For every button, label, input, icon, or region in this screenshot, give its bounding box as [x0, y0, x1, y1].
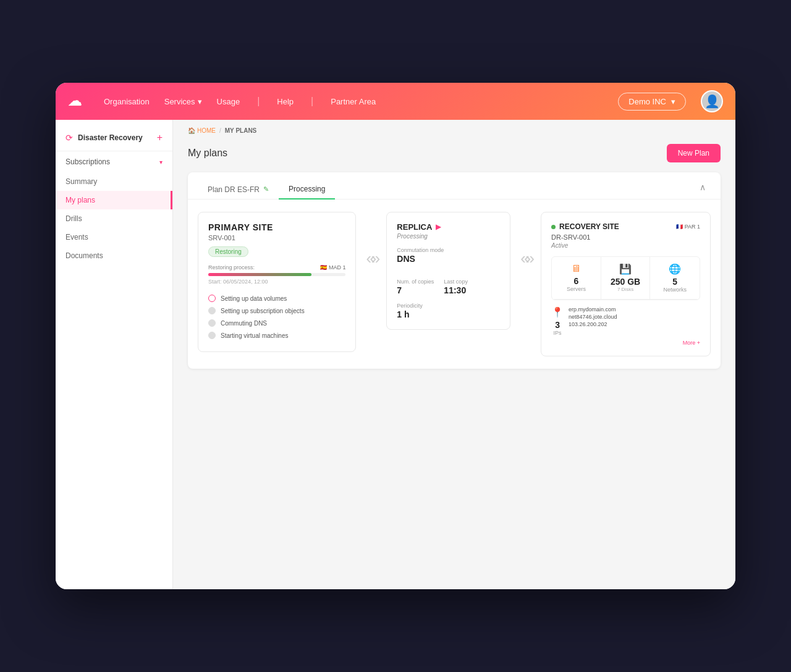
sidebar-item-my-plans[interactable]: My plans	[56, 191, 172, 209]
nav-organisation[interactable]: Organisation	[104, 97, 150, 106]
replica-periodicity: Periodicity 1 h	[397, 303, 500, 319]
subscriptions-row[interactable]: Subscriptions ▾	[56, 151, 172, 172]
primary-site-title: PRIMARY SITE	[208, 222, 345, 232]
location-icon: 📍	[551, 306, 564, 318]
dropdown-chevron-icon: ▾	[671, 97, 675, 106]
page-title: My plans	[188, 148, 227, 159]
disaster-recovery-icon: ⟳	[66, 133, 73, 143]
progress-bar-background	[208, 273, 345, 276]
replica-status: Processing	[397, 233, 500, 240]
green-dot-icon	[551, 225, 556, 229]
top-nav: ☁ Organisation Services ▾ Usage | Help |…	[56, 83, 735, 120]
replica-last-copy: Last copy 11:30	[444, 279, 468, 295]
nav-partner-area[interactable]: Partner Area	[331, 97, 376, 106]
step-circle-2	[208, 307, 216, 314]
resource-storage: 💾 250 GB 7 Disks	[601, 257, 651, 300]
collapse-button[interactable]: ∧	[695, 180, 711, 195]
subscriptions-arrow-icon: ▾	[159, 159, 163, 166]
ips-section: 📍 3 IPs erp.mydomain.com net84746.jote.c…	[551, 306, 700, 336]
sidebar-header: ⟳ Disaster Recovery +	[56, 130, 172, 151]
subscriptions-label: Subscriptions	[66, 158, 159, 166]
replica-commutation: Conmutation mode DNS	[397, 247, 500, 264]
resource-servers: 🖥 6 Servers	[552, 257, 601, 300]
network-icon: 🌐	[655, 263, 695, 275]
step-item-1: Setting up data volumes	[208, 292, 345, 304]
recovery-site-card: RECOVERY SITE 🇫🇷 PAR 1 DR-SRV-001 Active…	[541, 212, 711, 356]
step-circle-1	[208, 295, 216, 302]
breadcrumb: 🏠 HOME / MY PLANS	[173, 120, 735, 141]
primary-site-status: Restoring	[208, 246, 248, 257]
tabs-section: Plan DR ES-FR ✎ Processing ∧ PRIMARY SIT…	[188, 172, 721, 369]
nav-usage[interactable]: Usage	[217, 97, 240, 106]
last-copy-value: 11:30	[444, 285, 468, 295]
periodicity-label: Periodicity	[397, 303, 500, 309]
resource-grid: 🖥 6 Servers 💾 250 GB 7 Disks 🌐	[551, 256, 700, 300]
tab-plan-dr[interactable]: Plan DR ES-FR ✎	[198, 180, 279, 199]
breadcrumb-current: MY PLANS	[225, 127, 257, 134]
org-dropdown[interactable]: Demo INC ▾	[618, 93, 686, 111]
sidebar-item-summary[interactable]: Summary	[56, 172, 172, 191]
left-arrow: «»	[366, 212, 376, 268]
sidebar-item-events[interactable]: Events	[56, 228, 172, 246]
primary-site-card: PRIMARY SITE SRV-001 Restoring Restoring…	[198, 212, 356, 352]
content-area: 🏠 HOME / MY PLANS My plans New Plan Plan…	[173, 120, 735, 589]
replica-title: REPLICA ▶	[397, 222, 500, 232]
content-header: My plans New Plan	[173, 141, 735, 172]
ip-row-2: net84746.jote.cloud	[569, 314, 700, 320]
step-circle-3	[208, 319, 216, 327]
new-plan-button[interactable]: New Plan	[667, 144, 721, 162]
replica-copies-row: Num. of copies 7 Last copy 11:30	[397, 271, 500, 295]
sidebar-item-documents[interactable]: Documents	[56, 246, 172, 265]
nav-services[interactable]: Services ▾	[164, 97, 202, 106]
recovery-status: Active	[551, 242, 700, 249]
process-date: Start: 06/05/2024, 12:00	[208, 279, 345, 285]
sidebar-add-button[interactable]: +	[157, 132, 163, 143]
sidebar-title: Disaster Recovery	[78, 133, 143, 142]
step-list: Setting up data volumes Setting up subsc…	[208, 292, 345, 342]
num-copies-label: Num. of copies	[397, 279, 434, 285]
commutation-value: DNS	[397, 254, 500, 264]
recovery-flag: 🇫🇷 PAR 1	[676, 224, 700, 230]
breadcrumb-separator: /	[219, 127, 221, 134]
storage-value: 250 GB	[606, 277, 645, 287]
ips-label: IPs	[551, 330, 564, 336]
ip-row-1: erp.mydomain.com	[569, 306, 700, 313]
primary-site-server: SRV-001	[208, 234, 345, 242]
step-item-2: Setting up subscription objects	[208, 304, 345, 317]
storage-sublabel: 7 Disks	[606, 287, 645, 292]
sidebar: ⟳ Disaster Recovery + Subscriptions ▾ Su…	[56, 120, 173, 589]
servers-label: Servers	[557, 286, 596, 292]
ip-row-3: 103.26.200.202	[569, 321, 700, 327]
resource-networks: 🌐 5 Networks	[650, 257, 700, 300]
storage-icon: 💾	[606, 263, 645, 275]
tab-processing[interactable]: Processing	[279, 180, 335, 200]
servers-value: 6	[557, 276, 596, 286]
more-link[interactable]: More +	[551, 340, 700, 346]
last-copy-label: Last copy	[444, 279, 468, 285]
periodicity-value: 1 h	[397, 309, 500, 319]
ips-count: 3	[551, 320, 564, 330]
logo-icon: ☁	[68, 93, 82, 109]
breadcrumb-home[interactable]: 🏠 HOME	[188, 127, 216, 134]
step-circle-4	[208, 332, 216, 339]
recovery-server: DR-SRV-001	[551, 233, 700, 241]
play-icon: ▶	[436, 223, 441, 231]
main-area: ⟳ Disaster Recovery + Subscriptions ▾ Su…	[56, 120, 735, 589]
progress-label: Restoring process: 🇪🇸 MAD 1	[208, 264, 345, 271]
ip-list: erp.mydomain.com net84746.jote.cloud 103…	[569, 306, 700, 329]
nav-divider: |	[257, 96, 260, 107]
flag-badge: 🇪🇸 MAD 1	[320, 264, 345, 271]
edit-icon: ✎	[263, 185, 269, 193]
recovery-site-title: RECOVERY SITE	[551, 222, 619, 231]
nav-help[interactable]: Help	[277, 97, 294, 106]
sidebar-item-drills[interactable]: Drills	[56, 209, 172, 228]
networks-label: Networks	[655, 287, 695, 293]
user-avatar[interactable]: 👤	[701, 90, 723, 112]
commutation-label: Conmutation mode	[397, 247, 500, 253]
right-arrow: «»	[520, 212, 531, 268]
dropdown-arrow-icon: ▾	[198, 97, 202, 106]
progress-section: Restoring process: 🇪🇸 MAD 1 Start: 06/05…	[208, 264, 345, 285]
networks-value: 5	[655, 277, 695, 287]
replica-card: REPLICA ▶ Processing Conmutation mode DN…	[386, 212, 510, 330]
num-copies-value: 7	[397, 285, 434, 295]
